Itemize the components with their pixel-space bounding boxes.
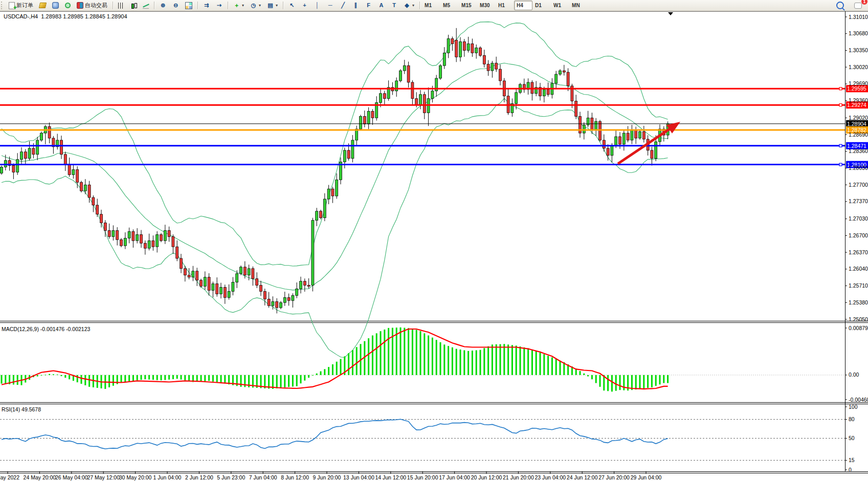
arrows-dropdown-icon[interactable]: ▾ bbox=[412, 3, 414, 8]
timeframe-d1-button[interactable]: D1 bbox=[532, 1, 551, 10]
toolbar-horizontal-line-button[interactable]: ─ bbox=[324, 1, 336, 11]
toolbar-candlestick-chart-button[interactable] bbox=[128, 1, 139, 11]
macd-histogram-bar bbox=[507, 344, 509, 375]
toolbar-separator bbox=[197, 2, 198, 9]
candle-down bbox=[216, 284, 218, 294]
time-tick-label: 24 Jun 12:00 bbox=[567, 474, 598, 480]
macd-histogram-bar bbox=[320, 371, 322, 375]
macd-histogram-bar bbox=[13, 375, 14, 385]
toolbar-periods-button[interactable]: ◷▾ bbox=[248, 1, 263, 11]
chart-canvas[interactable]: 1.295951.292741.289041.287821.284711.281… bbox=[0, 11, 868, 481]
candle-down bbox=[479, 48, 482, 55]
price-tick-label: 1.27370 bbox=[849, 198, 868, 204]
candle-up bbox=[615, 137, 617, 145]
macd-histogram-bar bbox=[400, 327, 402, 375]
candle-down bbox=[383, 94, 386, 99]
candle-down bbox=[180, 258, 183, 269]
toolbar-market-watch-button[interactable] bbox=[37, 1, 49, 11]
toolbar-chart-shift-button[interactable]: ⇢ bbox=[213, 1, 225, 11]
toolbar-fibonacci-button[interactable]: F bbox=[363, 1, 374, 11]
toolbar-bar-chart-button[interactable] bbox=[116, 1, 127, 11]
toolbar-equidistant-channel-button[interactable]: ∥ bbox=[350, 1, 362, 11]
macd-histogram-bar bbox=[284, 375, 285, 387]
macd-histogram-bar bbox=[280, 375, 282, 388]
symbol-period-label: USDCAD-,H4 bbox=[4, 13, 38, 19]
candle-down bbox=[188, 275, 190, 277]
toolbar-cursor-button[interactable]: ↖ bbox=[286, 1, 298, 11]
timeframe-h1-button[interactable]: H1 bbox=[496, 1, 514, 10]
toolbar-templates-button[interactable]: ▤▾ bbox=[264, 1, 280, 11]
candle-up bbox=[431, 91, 434, 99]
toolbar-signals-button[interactable] bbox=[62, 1, 73, 11]
macd-histogram-bar bbox=[196, 375, 198, 382]
toolbar-auto-trading-button[interactable]: 自动交易 bbox=[74, 1, 110, 11]
time-tick-label: 24 May 20:00 bbox=[24, 474, 56, 480]
toolbar-zoom-out-button[interactable]: ⊖ bbox=[170, 1, 182, 11]
candle-up bbox=[459, 42, 462, 57]
toolbar-indicators-button[interactable]: ＋▾ bbox=[231, 1, 247, 11]
macd-histogram-bar bbox=[201, 375, 202, 382]
toolbar-line-chart-button[interactable] bbox=[140, 1, 151, 11]
macd-histogram-bar bbox=[503, 344, 505, 375]
chart-window[interactable]: USDCAD-,H4 1.28983 1.28985 1.28845 1.289… bbox=[0, 11, 868, 481]
toolbar-text-label-button[interactable]: T bbox=[388, 1, 400, 11]
candle-up bbox=[72, 169, 75, 174]
toolbar-tile-windows-button[interactable] bbox=[183, 1, 195, 11]
indicators-dropdown-icon[interactable]: ▾ bbox=[242, 3, 244, 8]
toolbar-arrows-button[interactable]: ◆▾ bbox=[401, 1, 417, 11]
macd-histogram-bar bbox=[113, 375, 114, 386]
market-watch-icon bbox=[39, 3, 47, 8]
macd-histogram-bar bbox=[324, 369, 325, 375]
macd-histogram-bar bbox=[348, 353, 349, 375]
toolbar-crosshair-button[interactable]: + bbox=[299, 1, 310, 11]
price-tick-label: 1.29690 bbox=[849, 80, 868, 86]
time-tick-label: 14 Jun 12:00 bbox=[375, 474, 406, 480]
candle-up bbox=[236, 274, 238, 282]
macd-histogram-bar bbox=[137, 375, 138, 380]
candle-down bbox=[287, 297, 290, 300]
search-button[interactable] bbox=[834, 1, 847, 11]
toolbar-trendline-button[interactable]: ╱ bbox=[337, 1, 349, 11]
candle-down bbox=[12, 166, 15, 172]
macd-histogram-bar bbox=[428, 336, 429, 375]
periods-icon: ◷ bbox=[250, 2, 257, 9]
timeframe-w1-button[interactable]: W1 bbox=[551, 1, 569, 10]
timeframe-m5-button[interactable]: M5 bbox=[440, 1, 459, 10]
toolbar-separator bbox=[154, 2, 154, 9]
periods-dropdown-icon[interactable]: ▾ bbox=[259, 3, 261, 8]
candle-down bbox=[88, 185, 91, 198]
macd-histogram-bar bbox=[527, 348, 529, 375]
timeframe-m15-button[interactable]: M15 bbox=[459, 1, 477, 10]
timeframe-h4-button[interactable]: H4 bbox=[514, 1, 532, 10]
macd-histogram-bar bbox=[587, 375, 589, 377]
candle-up bbox=[367, 111, 370, 124]
candle-down bbox=[176, 247, 179, 258]
toolbar-navigator-button[interactable] bbox=[50, 1, 61, 11]
candle-up bbox=[232, 282, 234, 292]
macd-histogram-bar bbox=[607, 375, 609, 391]
timeframe-m1-button[interactable]: M1 bbox=[422, 1, 440, 10]
timeframe-mn-button[interactable]: MN bbox=[569, 1, 588, 10]
notifications-button[interactable]: 1 bbox=[852, 1, 864, 11]
templates-dropdown-icon[interactable]: ▾ bbox=[276, 3, 278, 8]
price-tick-label: 1.28030 bbox=[849, 165, 868, 171]
trend-arrow[interactable] bbox=[618, 122, 680, 164]
price-axis: 1.310101.306801.303501.300201.296901.293… bbox=[845, 14, 868, 322]
candle-down bbox=[196, 271, 198, 280]
macd-histogram-bar bbox=[500, 344, 501, 375]
candle-down bbox=[599, 121, 602, 140]
candle-down bbox=[32, 148, 35, 155]
candle-down bbox=[92, 198, 95, 205]
timeframe-m30-button[interactable]: M30 bbox=[477, 1, 496, 10]
macd-histogram-bar bbox=[44, 375, 46, 375]
toolbar-new-order-button[interactable]: 新订单 bbox=[6, 1, 36, 11]
toolbar-vertical-line-button[interactable]: │ bbox=[311, 1, 323, 11]
candle-up bbox=[248, 269, 250, 275]
toolbar-auto-scroll-button[interactable]: ⇉ bbox=[201, 1, 212, 11]
toolbar-zoom-in-button[interactable]: ⊕ bbox=[157, 1, 169, 11]
toolbar-text-button[interactable]: A bbox=[375, 1, 387, 11]
macd-histogram-bar bbox=[547, 356, 549, 375]
macd-tick-label: -0.004601 bbox=[849, 397, 868, 403]
macd-histogram-bar bbox=[368, 338, 369, 375]
macd-histogram-bar bbox=[5, 375, 6, 384]
